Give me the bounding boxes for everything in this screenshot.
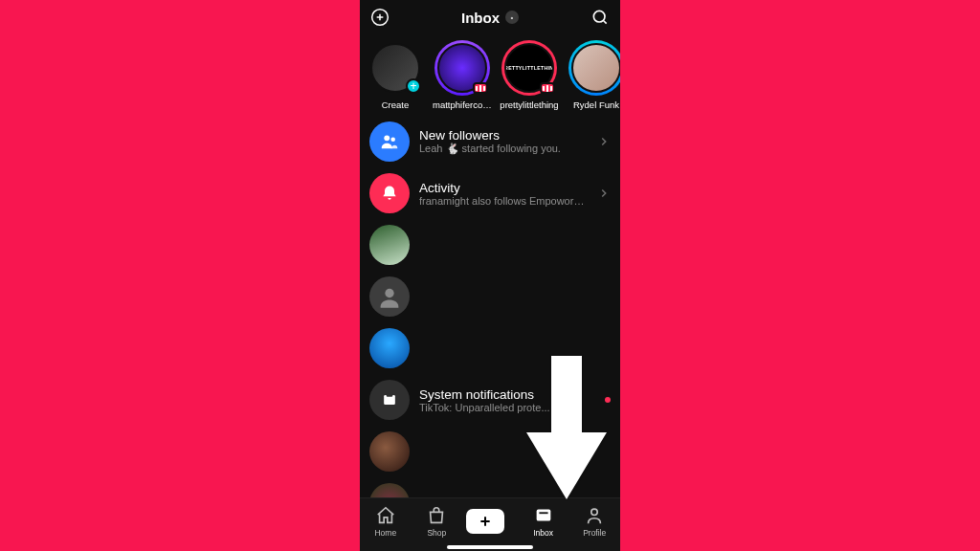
bottom-tabbar: Home Shop Inbox Profile	[360, 497, 620, 551]
tab-profile[interactable]: Profile	[572, 505, 616, 538]
list-subtitle: Leah 🐇 started following you.	[419, 143, 588, 155]
svg-point-4	[385, 289, 393, 298]
live-icon	[540, 82, 555, 94]
search-button[interactable]	[590, 7, 611, 28]
notif-system[interactable]: System notifications TikTok: Unparallele…	[360, 374, 620, 426]
story-item[interactable]: Rydel Funk	[567, 40, 620, 110]
story-label: Create	[366, 99, 425, 110]
story-label: prettylittlething	[500, 99, 559, 110]
list-title: Activity	[419, 181, 588, 195]
tab-shop[interactable]: Shop	[414, 505, 458, 538]
system-icon	[369, 380, 410, 420]
inbox-unread-badge: •	[505, 11, 519, 24]
tab-home[interactable]: Home	[364, 505, 408, 538]
stories-row[interactable]: + Create mattphifercoa... PRETTYLITTLETH…	[360, 34, 620, 112]
list-subtitle: TikTok: Unparalleled prote... · 4d	[419, 402, 590, 413]
story-create[interactable]: + Create	[366, 40, 425, 110]
live-icon	[473, 82, 488, 94]
chevron-right-icon	[597, 187, 611, 200]
inbox-topbar: Inbox •	[360, 0, 620, 34]
tab-label: Shop	[414, 528, 458, 538]
svg-rect-8	[539, 512, 547, 514]
chevron-right-icon	[597, 135, 611, 148]
story-item[interactable]: PRETTYLITTLETHING prettylittlething	[500, 40, 559, 110]
plus-icon: +	[406, 78, 421, 94]
inbox-list[interactable]: New followers Leah 🐇 started following y…	[360, 112, 620, 523]
home-indicator	[447, 545, 533, 549]
avatar	[369, 225, 410, 265]
tab-label: Home	[364, 528, 408, 538]
svg-rect-7	[536, 509, 550, 520]
svg-point-2	[384, 135, 390, 141]
svg-point-3	[390, 137, 395, 142]
chat-row[interactable]	[360, 219, 620, 271]
inbox-title-wrap: Inbox •	[461, 10, 519, 26]
compose-button[interactable]	[369, 7, 390, 28]
story-item[interactable]: mattphifercoa...	[433, 40, 492, 110]
svg-point-1	[593, 11, 605, 22]
list-subtitle: franamight also follows Empoword J...	[419, 195, 588, 207]
svg-point-9	[591, 509, 597, 515]
page-title: Inbox	[461, 10, 500, 26]
notif-new-followers[interactable]: New followers Leah 🐇 started following y…	[360, 116, 620, 167]
chat-row[interactable]	[360, 426, 620, 477]
story-label: Rydel Funk	[567, 99, 620, 110]
unread-dot-icon	[605, 397, 611, 403]
followers-icon	[369, 121, 410, 162]
avatar	[369, 328, 410, 368]
phone-frame: Inbox • + Create mattphifercoa... PRETTY	[360, 0, 620, 551]
list-title: System notifications	[419, 387, 590, 402]
avatar	[369, 431, 410, 472]
story-label: mattphifercoa...	[433, 99, 492, 110]
activity-icon	[369, 173, 410, 213]
notif-activity[interactable]: Activity franamight also follows Empowor…	[360, 167, 620, 219]
tab-inbox[interactable]: Inbox	[522, 505, 566, 538]
tab-create[interactable]	[466, 509, 514, 534]
chat-row[interactable]	[360, 322, 620, 374]
create-icon	[466, 509, 504, 534]
svg-rect-6	[387, 393, 393, 396]
avatar-placeholder-icon	[369, 276, 410, 317]
tab-label: Inbox	[522, 528, 566, 538]
list-title: New followers	[419, 128, 588, 143]
chat-row[interactable]	[360, 271, 620, 322]
tab-label: Profile	[572, 528, 616, 538]
